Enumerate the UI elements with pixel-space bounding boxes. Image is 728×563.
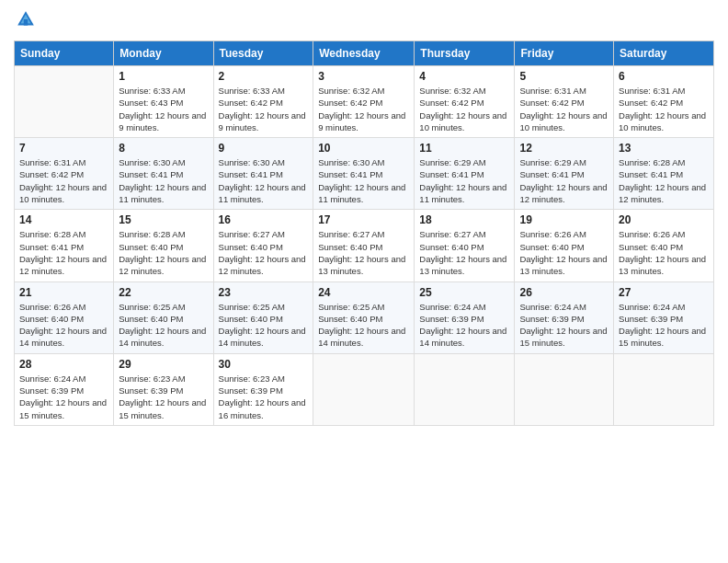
day-number: 12 — [519, 142, 609, 155]
day-info: Sunrise: 6:28 AMSunset: 6:41 PMDaylight:… — [19, 228, 108, 277]
day-info: Sunrise: 6:25 AMSunset: 6:40 PMDaylight:… — [318, 301, 409, 350]
day-info: Sunrise: 6:31 AMSunset: 6:42 PMDaylight:… — [19, 156, 108, 205]
calendar-cell: 7Sunrise: 6:31 AMSunset: 6:42 PMDaylight… — [15, 138, 114, 210]
calendar-week-row: 14Sunrise: 6:28 AMSunset: 6:41 PMDayligh… — [15, 210, 714, 282]
calendar-cell: 30Sunrise: 6:23 AMSunset: 6:39 PMDayligh… — [213, 353, 313, 425]
day-number: 18 — [419, 213, 509, 226]
calendar-cell: 25Sunrise: 6:24 AMSunset: 6:39 PMDayligh… — [415, 282, 515, 353]
calendar-cell: 12Sunrise: 6:29 AMSunset: 6:41 PMDayligh… — [515, 138, 614, 210]
day-info: Sunrise: 6:29 AMSunset: 6:41 PMDaylight:… — [419, 156, 509, 205]
day-info: Sunrise: 6:33 AMSunset: 6:42 PMDaylight:… — [219, 85, 309, 133]
weekday-header: Monday — [114, 41, 213, 66]
calendar-cell: 28Sunrise: 6:24 AMSunset: 6:39 PMDayligh… — [15, 353, 114, 425]
day-number: 11 — [419, 142, 509, 155]
day-info: Sunrise: 6:31 AMSunset: 6:42 PMDaylight:… — [619, 85, 709, 133]
calendar-cell: 14Sunrise: 6:28 AMSunset: 6:41 PMDayligh… — [15, 210, 114, 282]
day-number: 14 — [19, 213, 108, 226]
day-number: 3 — [318, 70, 409, 83]
day-info: Sunrise: 6:29 AMSunset: 6:41 PMDaylight:… — [519, 156, 609, 205]
calendar-cell: 18Sunrise: 6:27 AMSunset: 6:40 PMDayligh… — [415, 210, 515, 282]
day-number: 5 — [519, 70, 609, 83]
day-number: 2 — [219, 70, 309, 83]
calendar-cell: 4Sunrise: 6:32 AMSunset: 6:42 PMDaylight… — [415, 66, 515, 138]
calendar-cell — [15, 66, 114, 138]
calendar-cell: 23Sunrise: 6:25 AMSunset: 6:40 PMDayligh… — [213, 282, 313, 353]
calendar-cell: 15Sunrise: 6:28 AMSunset: 6:40 PMDayligh… — [114, 210, 213, 282]
day-number: 28 — [19, 358, 108, 371]
calendar-cell: 1Sunrise: 6:33 AMSunset: 6:43 PMDaylight… — [114, 66, 213, 138]
page: SundayMondayTuesdayWednesdayThursdayFrid… — [0, 0, 728, 563]
day-info: Sunrise: 6:23 AMSunset: 6:39 PMDaylight:… — [119, 373, 208, 421]
calendar-cell: 13Sunrise: 6:28 AMSunset: 6:41 PMDayligh… — [614, 138, 714, 210]
day-info: Sunrise: 6:27 AMSunset: 6:40 PMDaylight:… — [318, 228, 409, 277]
day-number: 4 — [419, 70, 509, 83]
day-number: 25 — [419, 286, 509, 299]
day-number: 8 — [119, 142, 208, 155]
calendar-cell: 9Sunrise: 6:30 AMSunset: 6:41 PMDaylight… — [213, 138, 313, 210]
calendar-cell: 5Sunrise: 6:31 AMSunset: 6:42 PMDaylight… — [515, 66, 614, 138]
day-info: Sunrise: 6:28 AMSunset: 6:41 PMDaylight:… — [619, 156, 709, 205]
day-info: Sunrise: 6:24 AMSunset: 6:39 PMDaylight:… — [419, 301, 509, 350]
weekday-header: Wednesday — [313, 41, 415, 66]
day-info: Sunrise: 6:30 AMSunset: 6:41 PMDaylight:… — [119, 156, 208, 205]
calendar-cell: 16Sunrise: 6:27 AMSunset: 6:40 PMDayligh… — [213, 210, 313, 282]
day-info: Sunrise: 6:31 AMSunset: 6:42 PMDaylight:… — [519, 85, 609, 133]
weekday-header: Friday — [515, 41, 614, 66]
calendar: SundayMondayTuesdayWednesdayThursdayFrid… — [14, 40, 714, 426]
day-info: Sunrise: 6:33 AMSunset: 6:43 PMDaylight:… — [119, 85, 208, 133]
day-info: Sunrise: 6:28 AMSunset: 6:40 PMDaylight:… — [119, 228, 208, 277]
calendar-cell: 20Sunrise: 6:26 AMSunset: 6:40 PMDayligh… — [614, 210, 714, 282]
calendar-cell — [415, 353, 515, 425]
logo — [14, 9, 38, 33]
day-info: Sunrise: 6:32 AMSunset: 6:42 PMDaylight:… — [419, 85, 509, 133]
day-number: 20 — [619, 213, 709, 226]
calendar-cell — [313, 353, 415, 425]
weekday-header: Sunday — [15, 41, 114, 66]
day-info: Sunrise: 6:24 AMSunset: 6:39 PMDaylight:… — [19, 373, 108, 421]
day-info: Sunrise: 6:24 AMSunset: 6:39 PMDaylight:… — [519, 301, 609, 350]
calendar-cell: 10Sunrise: 6:30 AMSunset: 6:41 PMDayligh… — [313, 138, 415, 210]
weekday-header: Tuesday — [213, 41, 313, 66]
day-info: Sunrise: 6:30 AMSunset: 6:41 PMDaylight:… — [219, 156, 309, 205]
day-number: 29 — [119, 358, 208, 371]
day-number: 16 — [219, 213, 309, 226]
calendar-cell: 24Sunrise: 6:25 AMSunset: 6:40 PMDayligh… — [313, 282, 415, 353]
day-number: 17 — [318, 213, 409, 226]
day-number: 10 — [318, 142, 409, 155]
logo-icon — [16, 9, 36, 29]
day-number: 6 — [619, 70, 709, 83]
day-info: Sunrise: 6:27 AMSunset: 6:40 PMDaylight:… — [419, 228, 509, 277]
day-info: Sunrise: 6:25 AMSunset: 6:40 PMDaylight:… — [119, 301, 208, 350]
calendar-cell: 3Sunrise: 6:32 AMSunset: 6:42 PMDaylight… — [313, 66, 415, 138]
day-number: 9 — [219, 142, 309, 155]
calendar-week-row: 1Sunrise: 6:33 AMSunset: 6:43 PMDaylight… — [15, 66, 714, 138]
day-info: Sunrise: 6:25 AMSunset: 6:40 PMDaylight:… — [219, 301, 309, 350]
calendar-header-row: SundayMondayTuesdayWednesdayThursdayFrid… — [15, 41, 714, 66]
calendar-cell: 11Sunrise: 6:29 AMSunset: 6:41 PMDayligh… — [415, 138, 515, 210]
calendar-cell — [515, 353, 614, 425]
calendar-cell: 21Sunrise: 6:26 AMSunset: 6:40 PMDayligh… — [15, 282, 114, 353]
calendar-cell: 19Sunrise: 6:26 AMSunset: 6:40 PMDayligh… — [515, 210, 614, 282]
day-number: 19 — [519, 213, 609, 226]
day-info: Sunrise: 6:26 AMSunset: 6:40 PMDaylight:… — [519, 228, 609, 277]
day-number: 30 — [219, 358, 309, 371]
svg-rect-2 — [24, 19, 28, 26]
weekday-header: Thursday — [415, 41, 515, 66]
day-info: Sunrise: 6:30 AMSunset: 6:41 PMDaylight:… — [318, 156, 409, 205]
calendar-cell: 22Sunrise: 6:25 AMSunset: 6:40 PMDayligh… — [114, 282, 213, 353]
calendar-week-row: 7Sunrise: 6:31 AMSunset: 6:42 PMDaylight… — [15, 138, 714, 210]
day-number: 13 — [619, 142, 709, 155]
day-info: Sunrise: 6:27 AMSunset: 6:40 PMDaylight:… — [219, 228, 309, 277]
day-number: 26 — [519, 286, 609, 299]
day-info: Sunrise: 6:24 AMSunset: 6:39 PMDaylight:… — [619, 301, 709, 350]
calendar-week-row: 21Sunrise: 6:26 AMSunset: 6:40 PMDayligh… — [15, 282, 714, 353]
header — [14, 9, 714, 33]
weekday-header: Saturday — [614, 41, 714, 66]
day-number: 23 — [219, 286, 309, 299]
day-info: Sunrise: 6:26 AMSunset: 6:40 PMDaylight:… — [19, 301, 108, 350]
day-number: 1 — [119, 70, 208, 83]
calendar-cell: 17Sunrise: 6:27 AMSunset: 6:40 PMDayligh… — [313, 210, 415, 282]
day-info: Sunrise: 6:26 AMSunset: 6:40 PMDaylight:… — [619, 228, 709, 277]
calendar-cell: 8Sunrise: 6:30 AMSunset: 6:41 PMDaylight… — [114, 138, 213, 210]
day-number: 7 — [19, 142, 108, 155]
